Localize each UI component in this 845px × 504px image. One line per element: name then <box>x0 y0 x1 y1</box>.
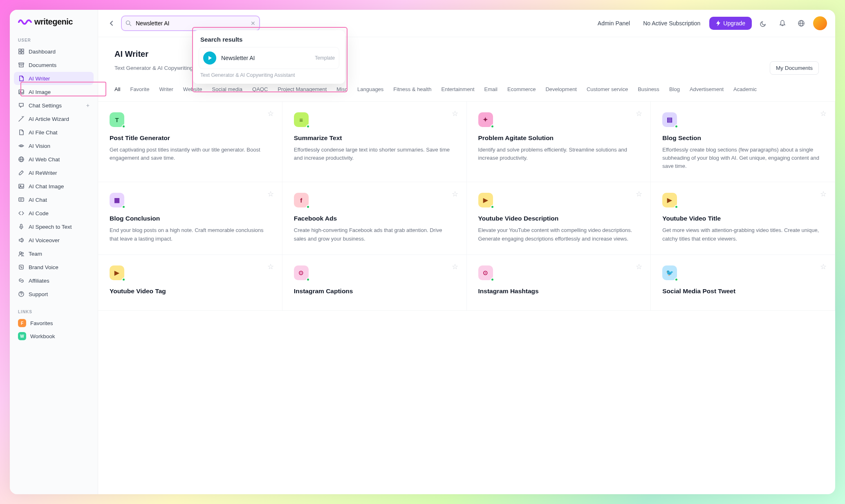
card-title: Problem Agitate Solution <box>478 134 639 142</box>
template-card[interactable]: ☆≡Summarize TextEffortlessly condense la… <box>282 102 467 182</box>
favorite-star-icon[interactable]: ☆ <box>820 190 827 198</box>
svg-line-24 <box>130 25 131 26</box>
card-description: Identify and solve problems efficiently.… <box>478 146 639 162</box>
filter-tab-writer[interactable]: Writer <box>159 85 173 94</box>
theme-toggle[interactable] <box>757 16 771 30</box>
sidebar-item-affiliates[interactable]: Affiliates <box>14 274 94 287</box>
sidebar-item-ai-code[interactable]: AI Code <box>14 207 94 220</box>
sidebar-item-support[interactable]: Support <box>14 288 94 301</box>
template-card[interactable]: ☆⊙Instagram Hashtags <box>467 255 651 311</box>
template-card[interactable]: ☆▤Blog SectionEffortlessly create blog s… <box>651 102 835 182</box>
favorite-star-icon[interactable]: ☆ <box>636 109 642 118</box>
result-subtitle: Text Generator & AI Copywriting Assistan… <box>199 69 339 78</box>
template-grid: ☆TPost Title GeneratorGet captivating po… <box>98 102 835 311</box>
sidebar-item-ai-file-chat[interactable]: AI File Chat <box>14 126 94 139</box>
sidebar-item-label: AI Speech to Text <box>29 224 72 230</box>
sidebar-item-dashboard[interactable]: Dashboard <box>14 45 94 58</box>
favorite-star-icon[interactable]: ☆ <box>267 190 274 198</box>
sidebar-item-ai-voiceover[interactable]: AI Voiceover <box>14 234 94 247</box>
archive-icon <box>18 62 25 68</box>
template-card[interactable]: ☆▶Youtube Video DescriptionElevate your … <box>467 182 651 254</box>
my-documents-button[interactable]: My Documents <box>770 61 819 75</box>
sidebar-item-label: Chat Settings <box>29 103 62 109</box>
upgrade-button[interactable]: Upgrade <box>709 17 752 30</box>
subscription-status[interactable]: No Active Subscription <box>639 18 704 29</box>
sidebar-item-ai-image[interactable]: AI Image <box>14 85 94 98</box>
template-card[interactable]: ☆▶Youtube Video TitleGet more views with… <box>651 182 835 254</box>
logo[interactable]: writegenic <box>14 17 94 35</box>
template-card[interactable]: ☆⊙Instagram Captions <box>282 255 467 311</box>
template-card[interactable]: ☆✦Problem Agitate SolutionIdentify and s… <box>467 102 651 182</box>
filter-tab-qaqc[interactable]: QAQC <box>252 85 268 94</box>
template-card[interactable]: ☆fFacebook AdsCreate high-converting Fac… <box>282 182 467 254</box>
plus-icon[interactable]: + <box>86 102 90 109</box>
sidebar-item-label: Brand Voice <box>29 264 58 270</box>
filter-tab-business[interactable]: Business <box>638 85 659 94</box>
admin-panel-link[interactable]: Admin Panel <box>594 18 634 29</box>
card-title: Instagram Captions <box>294 288 455 295</box>
sidebar-item-label: Support <box>29 291 48 297</box>
favorite-star-icon[interactable]: ☆ <box>452 262 458 271</box>
sidebar-item-ai-article-wizard[interactable]: AI Article Wizard <box>14 112 94 125</box>
card-title: Blog Conclusion <box>110 215 271 222</box>
filter-tab-blog[interactable]: Blog <box>669 85 680 94</box>
favorite-star-icon[interactable]: ☆ <box>636 262 642 271</box>
back-button[interactable] <box>106 18 116 28</box>
filter-tab-entertainment[interactable]: Entertainment <box>442 85 475 94</box>
clear-search-button[interactable]: ✕ <box>251 20 256 27</box>
filter-tab-customer-service[interactable]: Customer service <box>587 85 628 94</box>
favorite-star-icon[interactable]: ☆ <box>820 262 827 271</box>
svg-rect-1 <box>22 49 24 51</box>
grid-icon <box>18 48 25 55</box>
search-input[interactable] <box>121 16 260 31</box>
favorite-star-icon[interactable]: ☆ <box>267 109 274 118</box>
language-button[interactable] <box>794 16 808 30</box>
favorite-star-icon[interactable]: ☆ <box>452 109 458 118</box>
filter-tab-languages[interactable]: Languages <box>357 85 383 94</box>
link-item-favorites[interactable]: FFavorites <box>14 317 94 330</box>
sidebar-item-ai-rewriter[interactable]: AI ReWriter <box>14 166 94 179</box>
sidebar-item-label: AI Vision <box>29 143 50 149</box>
sidebar-item-ai-chat[interactable]: AI Chat <box>14 193 94 206</box>
filter-tab-social-media[interactable]: Social media <box>212 85 242 94</box>
sidebar-item-chat-settings[interactable]: Chat Settings+ <box>14 99 94 112</box>
sidebar-item-ai-speech-to-text[interactable]: AI Speech to Text <box>14 220 94 233</box>
status-dot-icon <box>491 205 494 209</box>
sidebar-item-team[interactable]: Team <box>14 247 94 260</box>
card-icon: ⊙ <box>294 265 309 280</box>
filter-tab-academic[interactable]: Academic <box>733 85 757 94</box>
filter-tab-project-management[interactable]: Project Management <box>278 85 327 94</box>
user-avatar[interactable] <box>813 16 827 30</box>
sidebar-item-label: Dashboard <box>29 49 56 55</box>
favorite-star-icon[interactable]: ☆ <box>636 190 642 198</box>
filter-tab-fitness-health[interactable]: Fitness & health <box>393 85 431 94</box>
sidebar-item-label: Documents <box>29 62 56 68</box>
sidebar-item-ai-chat-image[interactable]: AI Chat Image <box>14 180 94 193</box>
link-item-workbook[interactable]: WWorkbook <box>14 330 94 343</box>
filter-tab-ecommerce[interactable]: Ecommerce <box>507 85 536 94</box>
sidebar-item-ai-web-chat[interactable]: AI Web Chat <box>14 153 94 166</box>
filter-tab-email[interactable]: Email <box>484 85 498 94</box>
sidebar-item-brand-voice[interactable]: Brand Voice <box>14 261 94 274</box>
favorite-star-icon[interactable]: ☆ <box>820 109 827 118</box>
template-card[interactable]: ☆TPost Title GeneratorGet captivating po… <box>98 102 282 182</box>
favorite-star-icon[interactable]: ☆ <box>452 190 458 198</box>
filter-tab-development[interactable]: Development <box>545 85 577 94</box>
card-icon: ▦ <box>110 193 124 207</box>
filter-tab-misc[interactable]: Misc <box>336 85 347 94</box>
template-card[interactable]: ☆▦Blog ConclusionEnd your blog posts on … <box>98 182 282 254</box>
svg-point-23 <box>126 21 130 25</box>
search-result-item[interactable]: Newsletter AI Template <box>199 47 339 69</box>
filter-tab-all[interactable]: All <box>114 85 120 94</box>
filter-tab-advertisement[interactable]: Advertisement <box>690 85 724 94</box>
sidebar-item-documents[interactable]: Documents <box>14 58 94 71</box>
filter-tab-favorite[interactable]: Favorite <box>130 85 149 94</box>
notifications-button[interactable] <box>776 16 789 30</box>
template-card[interactable]: ☆🐦Social Media Post Tweet <box>651 255 835 311</box>
favorite-star-icon[interactable]: ☆ <box>267 262 274 271</box>
filter-tab-website[interactable]: Website <box>183 85 202 94</box>
sidebar-item-ai-vision[interactable]: AI Vision <box>14 139 94 152</box>
sidebar-item-ai-writer[interactable]: AI Writer <box>14 72 94 85</box>
template-card[interactable]: ☆▶Youtube Video Tag <box>98 255 282 311</box>
card-description: Get captivating post titles instantly wi… <box>110 146 271 162</box>
